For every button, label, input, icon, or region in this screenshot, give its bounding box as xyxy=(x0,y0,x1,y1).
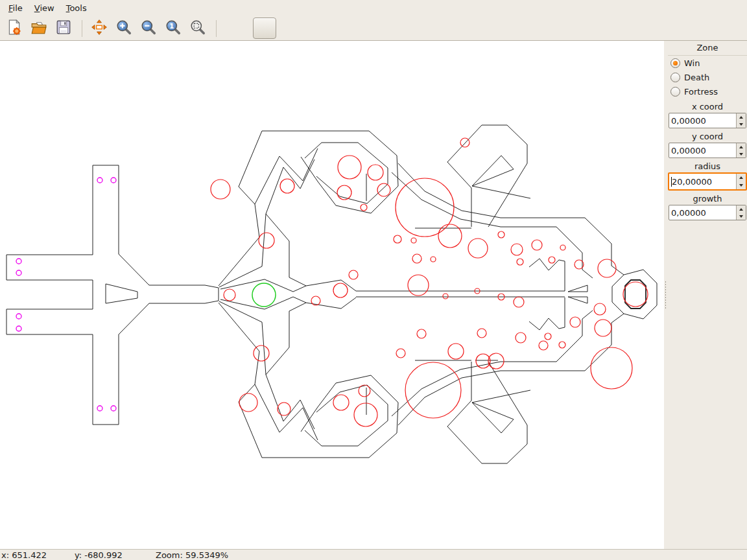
spinbox-x-coord[interactable]: 0,00000 xyxy=(669,113,746,128)
zoom-original-button[interactable]: 1 xyxy=(161,18,185,40)
death-zone-circle[interactable] xyxy=(361,204,367,211)
death-zone-circle[interactable] xyxy=(412,254,421,263)
spawn-point-circle[interactable] xyxy=(97,406,102,411)
death-zone-circle[interactable] xyxy=(517,259,523,265)
death-zone-circle[interactable] xyxy=(532,240,542,250)
zoom-in-icon xyxy=(115,19,132,38)
death-zone-circle[interactable] xyxy=(539,341,548,350)
death-zone-circle[interactable] xyxy=(498,231,504,238)
death-zone-circle[interactable] xyxy=(333,395,349,410)
death-zone-circle[interactable] xyxy=(411,238,416,243)
death-zone-circle[interactable] xyxy=(468,239,488,258)
death-zone-circle[interactable] xyxy=(354,403,377,426)
zoom-out-button[interactable] xyxy=(137,18,160,40)
death-zone-circle[interactable] xyxy=(377,183,390,196)
field-label-y-coord: y coord xyxy=(668,128,747,143)
open-folder-button[interactable] xyxy=(27,18,51,40)
radio-button-icon[interactable] xyxy=(670,73,680,82)
death-zone-circle[interactable] xyxy=(338,156,361,179)
death-zone-circle[interactable] xyxy=(333,283,348,298)
spin-up-arrow-icon[interactable] xyxy=(737,205,746,213)
spin-down-arrow-icon[interactable] xyxy=(737,181,746,189)
spin-up-arrow-icon[interactable] xyxy=(737,143,746,150)
death-zone-circle[interactable] xyxy=(623,282,648,307)
save-button[interactable] xyxy=(52,18,75,40)
spawn-point-circle[interactable] xyxy=(111,178,116,183)
zoom-fit-button[interactable] xyxy=(186,18,209,40)
death-zone-circle[interactable] xyxy=(595,320,611,336)
menu-item-tools[interactable]: Tools xyxy=(60,1,93,15)
spin-down-arrow-icon[interactable] xyxy=(737,150,746,158)
death-zone-circle[interactable] xyxy=(349,270,358,279)
death-zone-circle[interactable] xyxy=(259,233,274,248)
death-zone-circle[interactable] xyxy=(511,244,523,255)
death-zone-circle[interactable] xyxy=(359,385,370,397)
death-zone-circle[interactable] xyxy=(408,275,429,296)
radio-button-icon[interactable] xyxy=(670,58,680,68)
win-zone-circle[interactable] xyxy=(252,283,276,307)
zone-panel: Zone WinDeathFortress x coord0,00000y co… xyxy=(668,41,747,549)
pan-button[interactable] xyxy=(88,18,111,40)
spin-up-arrow-icon[interactable] xyxy=(737,113,746,121)
zone-radio-fortress[interactable]: Fortress xyxy=(668,84,747,99)
death-zone-circle[interactable] xyxy=(431,257,436,262)
death-zone-circle[interactable] xyxy=(311,296,320,305)
map-terrain-outline xyxy=(612,270,657,319)
spawn-point-circle[interactable] xyxy=(16,259,21,264)
death-zone-circle[interactable] xyxy=(405,362,461,418)
death-zone-circle[interactable] xyxy=(443,294,448,299)
death-zone-circle[interactable] xyxy=(598,259,616,277)
death-zone-circle[interactable] xyxy=(559,342,565,348)
spinbox-value[interactable]: 0,00000 xyxy=(671,116,706,126)
blank-swatch-button[interactable] xyxy=(253,18,276,39)
death-zone-circle[interactable] xyxy=(396,349,405,358)
map-terrain-outline xyxy=(219,148,318,286)
zone-radio-win[interactable]: Win xyxy=(668,56,747,70)
spawn-point-circle[interactable] xyxy=(16,326,21,331)
spawn-point-circle[interactable] xyxy=(97,178,102,183)
death-zone-circle[interactable] xyxy=(224,289,235,301)
death-zone-circle[interactable] xyxy=(516,332,526,343)
spawn-point-circle[interactable] xyxy=(16,314,21,319)
zone-radio-death[interactable]: Death xyxy=(668,70,747,84)
death-zone-circle[interactable] xyxy=(448,344,464,359)
spawn-point-circle[interactable] xyxy=(111,406,116,411)
death-zone-circle[interactable] xyxy=(460,138,469,147)
status-y-coordinate: y: -680.992 xyxy=(75,550,156,560)
death-zone-circle[interactable] xyxy=(239,393,257,412)
spawn-point-circle[interactable] xyxy=(16,270,21,275)
death-zone-circle[interactable] xyxy=(514,297,524,307)
spin-up-arrow-icon[interactable] xyxy=(737,174,746,181)
spin-down-arrow-icon[interactable] xyxy=(737,121,746,128)
zoom-in-button[interactable] xyxy=(112,18,136,40)
spinbox-value[interactable]: 0,00000 xyxy=(671,208,706,218)
death-zone-circle[interactable] xyxy=(394,235,401,243)
death-zone-circle[interactable] xyxy=(570,317,580,327)
death-zone-circle[interactable] xyxy=(560,245,565,250)
field-label-radius: radius xyxy=(668,158,747,172)
new-document-button[interactable] xyxy=(3,18,26,40)
death-zone-circle[interactable] xyxy=(549,257,555,263)
death-zone-circle[interactable] xyxy=(417,329,426,338)
death-zone-circle[interactable] xyxy=(438,224,462,248)
death-zone-circle[interactable] xyxy=(591,347,632,389)
death-zone-circle[interactable] xyxy=(477,329,486,338)
map-terrain-outline-mirror xyxy=(472,390,530,402)
spinbox-value[interactable]: 20,00000 xyxy=(672,177,712,187)
spinbox-value[interactable]: 0,00000 xyxy=(671,146,706,156)
death-zone-circle[interactable] xyxy=(545,333,551,340)
spin-down-arrow-icon[interactable] xyxy=(737,213,746,220)
spinbox-growth[interactable]: 0,00000 xyxy=(669,205,746,220)
menu-item-view[interactable]: View xyxy=(29,1,60,15)
death-zone-circle[interactable] xyxy=(254,345,269,361)
death-zone-circle[interactable] xyxy=(278,402,290,415)
spinbox-radius[interactable]: 20,00000 xyxy=(668,172,747,191)
radio-button-icon[interactable] xyxy=(670,87,680,97)
death-zone-circle[interactable] xyxy=(280,179,294,193)
death-zone-circle[interactable] xyxy=(211,180,230,199)
map-canvas[interactable] xyxy=(0,41,664,549)
death-zone-circle[interactable] xyxy=(594,303,606,315)
death-zone-circle[interactable] xyxy=(368,165,383,180)
menu-item-file[interactable]: File xyxy=(3,1,29,15)
spinbox-y-coord[interactable]: 0,00000 xyxy=(669,143,746,158)
